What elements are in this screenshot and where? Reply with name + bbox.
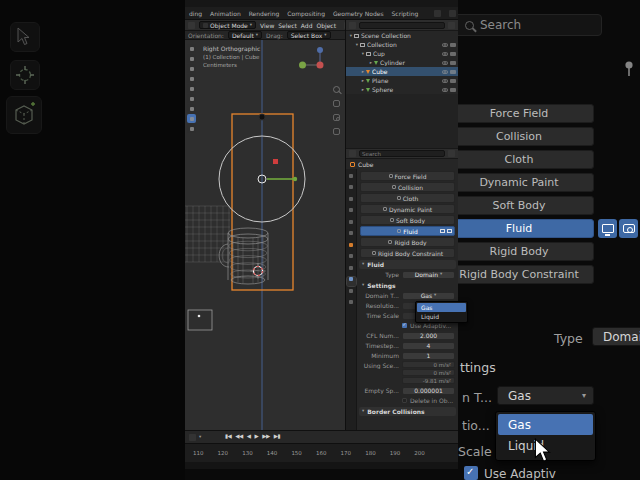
outliner-row-cup[interactable]: ▾ Cup (346, 49, 458, 58)
render-camera-icon[interactable] (450, 70, 456, 74)
menu-select[interactable]: Select (278, 22, 297, 29)
tool-measure-icon[interactable] (187, 124, 196, 133)
fluid-button[interactable]: Fluid (360, 226, 455, 236)
render-camera-icon[interactable] (450, 52, 456, 56)
workspace-tab-scripting[interactable]: Scripting (392, 10, 419, 17)
tab-physics-icon[interactable] (347, 277, 356, 286)
gizmo-y-dot[interactable] (299, 62, 306, 69)
rigid-body-constraint-button[interactable]: Rigid Body Constraint (360, 248, 455, 258)
dropdown-option-liquid[interactable]: Liquid (417, 312, 466, 321)
dropdown-option-gas[interactable]: Gas (417, 303, 466, 312)
dynamic-paint-button[interactable]: Dynamic Paint (360, 204, 455, 214)
toggle-ortho-icon[interactable] (333, 128, 340, 135)
pin-icon[interactable] (448, 150, 455, 157)
fluid-section-header[interactable]: ▾ Fluid (359, 260, 456, 269)
gizmo-z-dot[interactable] (317, 47, 323, 53)
hide-eye-icon[interactable] (442, 43, 448, 47)
tab-view-layer-icon[interactable] (347, 208, 356, 217)
outliner-row-sphere[interactable]: ▸ Sphere (346, 85, 458, 94)
prev-keyframe-button[interactable]: ◀◀ (235, 432, 242, 441)
outliner-row-cube[interactable]: ▸ Cube (346, 67, 458, 76)
render-camera-icon[interactable] (450, 43, 456, 47)
tab-constraints-icon[interactable] (347, 289, 356, 298)
timesteps-value-field[interactable]: 4 (402, 342, 455, 350)
menu-add[interactable]: Add (301, 22, 313, 29)
hide-eye-icon[interactable] (442, 70, 448, 74)
workspace-tab-modeling[interactable]: ding (189, 10, 202, 17)
collision-button[interactable]: Collision (360, 182, 455, 192)
tool-scale-icon[interactable] (187, 84, 196, 93)
outliner-editor-icon[interactable] (349, 22, 356, 29)
select-mode-dropdown[interactable]: Select Box ▾ (287, 31, 331, 39)
timeline-editor-icon[interactable] (189, 434, 196, 441)
pan-hand-icon[interactable] (333, 100, 340, 107)
scene-icon[interactable] (434, 10, 441, 17)
camera-view-icon[interactable] (333, 114, 340, 121)
tool-select-icon[interactable] (187, 44, 196, 53)
tab-world-icon[interactable] (347, 231, 356, 240)
use-adaptive-checkbox[interactable] (402, 323, 407, 328)
tab-scene-icon[interactable] (347, 220, 356, 229)
workspace-tab-animation[interactable]: Animation (210, 10, 241, 17)
empty-space-value-field[interactable]: 0.000001 (402, 387, 455, 395)
navigation-gizmo[interactable] (297, 44, 337, 84)
hide-eye-icon[interactable] (442, 52, 448, 56)
cfl-value-field[interactable]: 2.000 (402, 332, 455, 340)
menu-view[interactable]: View (260, 22, 274, 29)
properties-editor-icon[interactable] (349, 150, 356, 157)
minimum-value-field[interactable]: 1 (402, 352, 455, 360)
tab-object-icon[interactable] (347, 243, 356, 252)
workspace-tab-rendering[interactable]: Rendering (249, 10, 280, 17)
hide-eye-icon[interactable] (442, 88, 448, 92)
menu-object[interactable]: Object (316, 22, 336, 29)
tab-particles-icon[interactable] (347, 266, 356, 275)
screen-toggle-icon[interactable] (440, 229, 445, 233)
tab-render-icon[interactable] (347, 185, 356, 194)
rigid-body-button[interactable]: Rigid Body (360, 237, 455, 247)
viewport-3d[interactable]: Right Orthographic (1) Collection | Cube… (185, 40, 345, 430)
render-camera-icon[interactable] (450, 79, 456, 83)
hide-eye-icon[interactable] (442, 79, 448, 83)
gizmo-plane-handle[interactable] (273, 159, 278, 164)
jump-to-start-button[interactable]: ▮◀ (225, 432, 231, 441)
outliner-row-cylinder[interactable]: ▸ Cylinder (346, 58, 458, 67)
tool-annotate-icon[interactable] (187, 104, 196, 113)
tool-add-cube-icon[interactable] (187, 114, 196, 123)
delete-in-obstacle-checkbox[interactable] (402, 398, 407, 403)
tool-rotate-icon[interactable] (187, 74, 196, 83)
timeline-ruler[interactable]: 110 120 130 140 150 160 170 180 190 200 (185, 443, 458, 462)
hide-eye-icon[interactable] (442, 61, 448, 65)
editor-type-icon[interactable] (188, 22, 195, 29)
outliner-row-scene-collection[interactable]: ▾ Scene Collection (346, 31, 458, 40)
border-collisions-section-header[interactable]: ▾ Border Collisions (359, 407, 456, 416)
tab-output-icon[interactable] (347, 197, 356, 206)
type-dropdown[interactable]: Domain ▾ (402, 271, 455, 279)
outliner-search-input[interactable] (359, 22, 445, 29)
render-camera-icon[interactable] (450, 61, 456, 65)
jump-to-end-button[interactable]: ▶▮ (274, 432, 280, 441)
mode-dropdown[interactable]: Object Mode ▾ (199, 21, 256, 29)
settings-section-header[interactable]: ▾ Settings (359, 281, 456, 290)
camera-toggle-icon[interactable] (447, 229, 452, 233)
outliner-row-collection[interactable]: ▾ Collection (346, 40, 458, 49)
tab-tool-icon[interactable] (347, 174, 356, 183)
outliner-row-plane[interactable]: ▸ Plane (346, 76, 458, 85)
domain-type-dropdown[interactable]: Gas ▾ (402, 292, 455, 300)
view-layer-icon[interactable] (449, 10, 456, 17)
tab-modifiers-icon[interactable] (347, 254, 356, 263)
next-keyframe-button[interactable]: ▶▶ (262, 432, 269, 441)
soft-body-button[interactable]: Soft Body (360, 215, 455, 225)
workspace-tab-compositing[interactable]: Compositing (287, 10, 325, 17)
cloth-button[interactable]: Cloth (360, 193, 455, 203)
render-camera-icon[interactable] (450, 88, 456, 92)
filter-icon[interactable] (448, 22, 455, 29)
play-button[interactable]: ▶ (254, 432, 258, 441)
zoom-icon[interactable] (333, 86, 340, 93)
gizmo-x-dot[interactable] (317, 62, 324, 69)
tab-object-data-icon[interactable] (347, 300, 356, 309)
force-field-button[interactable]: Force Field (360, 171, 455, 181)
workspace-tab-geometry-nodes[interactable]: Geometry Nodes (333, 10, 384, 17)
tool-move-icon[interactable] (187, 64, 196, 73)
gizmo-y-axis-handle[interactable] (293, 177, 297, 181)
tool-transform-icon[interactable] (187, 94, 196, 103)
